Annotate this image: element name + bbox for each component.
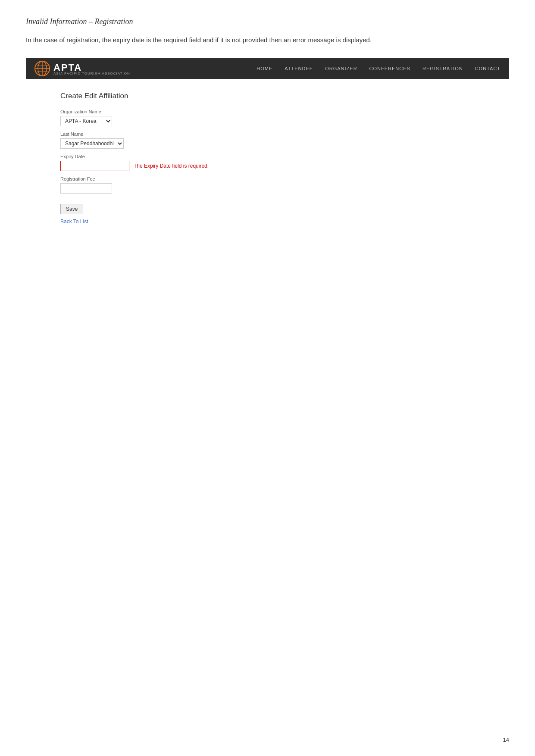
- form-title: Create Edit Affiliation: [60, 92, 475, 100]
- registration-fee-group: Registration Fee: [60, 176, 475, 194]
- nav-organizer[interactable]: ORGANIZER: [325, 66, 357, 71]
- navbar: APTA ASIA PACIFIC TOURISM ASSOCIATION HO…: [26, 58, 509, 79]
- back-to-list-link[interactable]: Back To List: [60, 219, 475, 225]
- organization-name-select[interactable]: APTA - Korea: [60, 116, 112, 126]
- registration-fee-label: Registration Fee: [60, 176, 475, 181]
- expiry-date-group: Expiry Date The Expiry Date field is req…: [60, 154, 475, 171]
- organization-name-group: Organization Name APTA - Korea: [60, 109, 475, 126]
- save-button[interactable]: Save: [60, 204, 83, 214]
- registration-fee-input[interactable]: [60, 183, 112, 194]
- expiry-date-error-message: The Expiry Date field is required.: [134, 163, 209, 169]
- last-name-select[interactable]: Sagar Peddhaboodhi: [60, 138, 124, 149]
- brand-text: APTA: [53, 62, 82, 73]
- organization-name-label: Organization Name: [60, 109, 475, 114]
- nav-links: HOME ATTENDEE ORGANIZER CONFERENCES REGI…: [257, 66, 501, 71]
- page-description: In the case of registration, the expiry …: [26, 35, 392, 45]
- brand-sub-text: ASIA PACIFIC TOURISM ASSOCIATION: [53, 72, 130, 75]
- last-name-group: Last Name Sagar Peddhaboodhi: [60, 131, 475, 149]
- form-container: Create Edit Affiliation Organization Nam…: [26, 79, 509, 237]
- expiry-date-input[interactable]: [60, 161, 129, 171]
- expiry-date-label: Expiry Date: [60, 154, 475, 159]
- nav-conferences[interactable]: CONFERENCES: [369, 66, 410, 71]
- page-number: 14: [503, 737, 509, 743]
- nav-attendee[interactable]: ATTENDEE: [285, 66, 313, 71]
- brand[interactable]: APTA ASIA PACIFIC TOURISM ASSOCIATION: [34, 61, 130, 76]
- nav-contact[interactable]: CONTACT: [475, 66, 501, 71]
- page-title: Invalid Information – Registration: [26, 17, 509, 26]
- nav-registration[interactable]: REGISTRATION: [422, 66, 463, 71]
- nav-home[interactable]: HOME: [257, 66, 272, 71]
- last-name-label: Last Name: [60, 131, 475, 137]
- brand-logo-icon: [34, 61, 50, 76]
- expiry-date-row: The Expiry Date field is required.: [60, 161, 475, 171]
